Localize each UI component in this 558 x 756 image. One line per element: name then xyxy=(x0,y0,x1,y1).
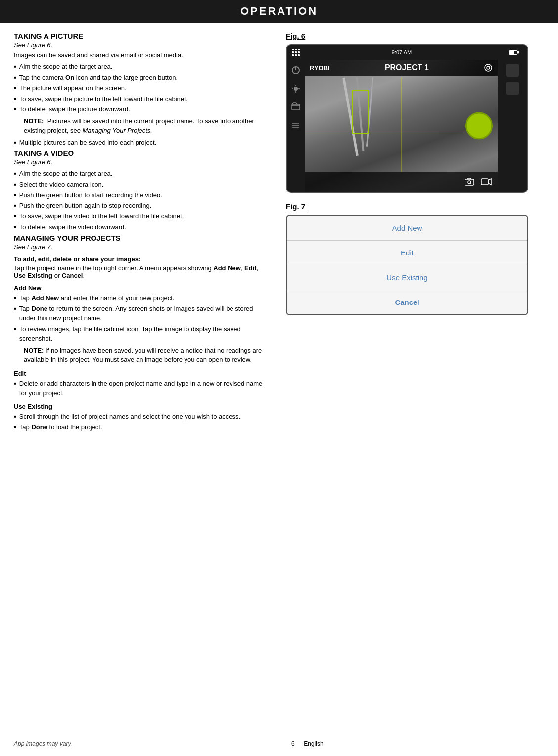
add-new-heading: Add New xyxy=(14,284,271,292)
section-taking-video: TAKING A VIDEO See Figure 6. Aim the sco… xyxy=(14,149,271,232)
header-title: OPERATION xyxy=(240,5,318,17)
section-managing-projects: MANAGING YOUR PROJECTS See Figure 7. To … xyxy=(14,234,271,432)
menu-item-add-new[interactable]: Add New xyxy=(287,216,527,241)
footer-left: App images may vary. xyxy=(14,740,72,747)
list-item: Tap Done to load the project. xyxy=(14,422,271,432)
list-item: Scroll through the list of project names… xyxy=(14,412,271,422)
list-item: Tap Done to return to the screen. Any sc… xyxy=(14,304,271,323)
project-name: PROJECT 1 xyxy=(385,63,429,72)
camera-scene: RYOBI PROJECT 1 xyxy=(305,60,498,192)
list-item: To save, swipe the picture to the left t… xyxy=(14,94,271,104)
add-edit-text: Tap the project name in the top right co… xyxy=(14,264,271,279)
svg-point-11 xyxy=(487,66,490,69)
list-item: To save, swipe the video to the left tow… xyxy=(14,211,271,221)
camera-bottom-bar xyxy=(305,172,498,192)
list-item: Aim the scope at the target area. xyxy=(14,62,271,72)
taking-picture-note: NOTE: Pictures will be saved into the cu… xyxy=(24,116,271,136)
sidebar-icon-folder xyxy=(290,101,301,112)
list-item: Push the green button again to stop reco… xyxy=(14,201,271,211)
list-item: Aim the scope at the target area. xyxy=(14,169,271,179)
phone-right-panel xyxy=(498,60,527,192)
footer-center: 6 — English xyxy=(291,740,324,747)
managing-projects-figure: See Figure 7. xyxy=(14,243,271,251)
camera-still-icon xyxy=(464,176,475,187)
fig6-label: Fig. 6 xyxy=(286,32,544,40)
page-footer: App images may vary. 6 — English xyxy=(14,740,544,747)
list-item: Tap Add New and enter the name of your n… xyxy=(14,293,271,303)
phone-mockup: 9:07 AM xyxy=(286,44,528,193)
list-item: The picture will appear on the screen. xyxy=(14,83,271,93)
fig7-label: Fig. 7 xyxy=(286,202,544,211)
sidebar-icon-power xyxy=(290,65,301,76)
taking-picture-title: TAKING A PICTURE xyxy=(14,32,271,40)
camera-header: RYOBI PROJECT 1 xyxy=(305,60,498,76)
camera-view: RYOBI PROJECT 1 xyxy=(305,60,498,192)
list-item: Push the green button to start recording… xyxy=(14,190,271,200)
taking-picture-figure: See Figure 6. xyxy=(14,41,271,49)
svg-rect-13 xyxy=(465,179,474,185)
svg-rect-15 xyxy=(481,179,488,185)
list-item: Multiple pictures can be saved into each… xyxy=(14,138,271,148)
sidebar-icon-list xyxy=(290,120,301,131)
svg-point-2 xyxy=(294,87,298,91)
list-item: To delete, swipe the picture downward. xyxy=(14,104,271,114)
list-item: Tap the camera On icon and tap the large… xyxy=(14,73,271,83)
add-edit-heading: To add, edit, delete or share your image… xyxy=(14,255,271,263)
svg-point-14 xyxy=(468,181,471,184)
ryobi-logo: RYOBI xyxy=(310,64,330,72)
shutter-button[interactable] xyxy=(465,112,493,140)
list-item: Select the video camera icon. xyxy=(14,180,271,190)
phone-status-bar: 9:07 AM xyxy=(287,45,527,60)
edit-heading: Edit xyxy=(14,370,271,377)
list-item: To review images, tap the file cabinet i… xyxy=(14,324,271,344)
add-new-bullets: Tap Add New and enter the name of your n… xyxy=(14,293,271,344)
taking-video-figure: See Figure 6. xyxy=(14,158,271,166)
taking-video-title: TAKING A VIDEO xyxy=(14,149,271,157)
phone-time: 9:07 AM xyxy=(392,50,412,55)
managing-projects-title: MANAGING YOUR PROJECTS xyxy=(14,234,271,242)
svg-rect-7 xyxy=(292,104,300,110)
sidebar-icon-brightness xyxy=(290,83,301,94)
taking-picture-last-bullet: Multiple pictures can be saved into each… xyxy=(14,138,271,148)
taking-picture-intro: Images can be saved and shared via email… xyxy=(14,51,271,59)
panel-icon-2 xyxy=(506,82,519,95)
phone-sidebar xyxy=(287,60,305,192)
panel-icon-1 xyxy=(506,64,519,77)
use-existing-heading: Use Existing xyxy=(14,403,271,410)
fig7-menu: Add New Edit Use Existing Cancel xyxy=(286,215,528,315)
menu-item-use-existing[interactable]: Use Existing xyxy=(287,265,527,290)
use-existing-bullets: Scroll through the list of project names… xyxy=(14,412,271,432)
page-body: TAKING A PICTURE See Figure 6. Images ca… xyxy=(0,23,558,443)
grid-icon xyxy=(292,49,300,56)
phone-content: RYOBI PROJECT 1 xyxy=(287,60,527,192)
page-header: OPERATION xyxy=(0,0,558,23)
section-taking-picture: TAKING A PICTURE See Figure 6. Images ca… xyxy=(14,32,271,147)
svg-point-12 xyxy=(485,64,492,71)
left-column: TAKING A PICTURE See Figure 6. Images ca… xyxy=(14,32,271,434)
taking-video-bullets: Aim the scope at the target area. Select… xyxy=(14,169,271,232)
video-icon xyxy=(481,176,492,187)
add-new-note: NOTE: If no images have been saved, you … xyxy=(24,346,271,365)
gear-icon xyxy=(484,63,493,72)
edit-bullets: Delete or add characters in the open pro… xyxy=(14,379,271,398)
taking-picture-bullets: Aim the scope at the target area. Tap th… xyxy=(14,62,271,114)
list-item: Delete or add characters in the open pro… xyxy=(14,379,271,398)
green-overlay-box xyxy=(352,90,369,134)
right-column: Fig. 6 9:07 AM xyxy=(286,32,544,434)
menu-item-edit[interactable]: Edit xyxy=(287,241,527,265)
menu-item-cancel[interactable]: Cancel xyxy=(287,290,527,314)
list-item: To delete, swipe the video downward. xyxy=(14,222,271,232)
